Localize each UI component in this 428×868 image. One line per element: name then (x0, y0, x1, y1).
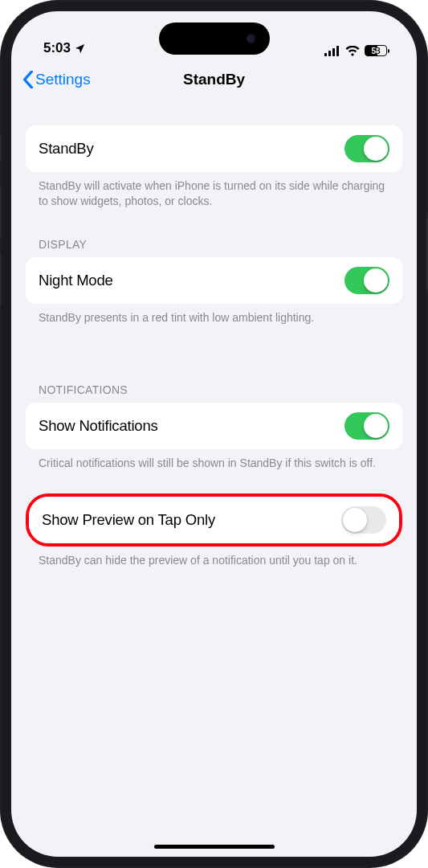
location-icon (74, 43, 86, 55)
nav-header: Settings StandBy (11, 59, 417, 100)
svg-rect-1 (328, 51, 331, 56)
back-label: Settings (35, 71, 91, 88)
page-title: StandBy (183, 71, 245, 88)
group-standby: StandBy StandBy will activate when iPhon… (26, 125, 402, 209)
chevron-left-icon (22, 71, 34, 88)
toggle-standby[interactable] (344, 135, 389, 162)
row-label: Show Notifications (39, 417, 158, 435)
wifi-icon (345, 46, 360, 56)
volume-up-button[interactable] (0, 186, 2, 238)
row-show-notifications[interactable]: Show Notifications (26, 403, 402, 449)
group-footer: StandBy presents in a red tint with low … (26, 304, 402, 326)
toggle-night-mode[interactable] (344, 267, 389, 294)
dynamic-island (159, 23, 270, 55)
status-time: 5:03 (43, 40, 71, 56)
volume-down-button[interactable] (0, 254, 2, 305)
group-preview-tap: Show Preview on Tap Only StandBy can hid… (26, 493, 402, 568)
highlight-ring: Show Preview on Tap Only (26, 493, 402, 547)
row-label: Night Mode (39, 272, 113, 289)
group-header: NOTIFICATIONS (26, 383, 402, 403)
row-label: Show Preview on Tap Only (42, 511, 215, 529)
back-button[interactable]: Settings (19, 68, 94, 92)
group-footer: StandBy will activate when iPhone is tur… (26, 172, 402, 209)
svg-rect-3 (336, 46, 339, 56)
battery-indicator: 58 (365, 45, 389, 56)
row-standby[interactable]: StandBy (26, 125, 402, 172)
group-footer: StandBy can hide the preview of a notifi… (26, 547, 402, 568)
row-night-mode[interactable]: Night Mode (26, 257, 402, 304)
cellular-icon (324, 46, 340, 56)
group-display: DISPLAY Night Mode StandBy presents in a… (26, 238, 402, 326)
row-label: StandBy (39, 140, 94, 158)
group-notifications: NOTIFICATIONS Show Notifications Critica… (26, 383, 402, 471)
toggle-show-notifications[interactable] (344, 412, 389, 440)
group-header: DISPLAY (26, 238, 402, 257)
svg-rect-2 (332, 48, 335, 56)
group-footer: Critical notifications will still be sho… (26, 449, 402, 471)
svg-rect-0 (324, 53, 327, 56)
toggle-show-preview-tap[interactable] (341, 506, 386, 534)
silence-switch[interactable] (0, 135, 2, 161)
battery-percent-text: 58 (371, 47, 380, 55)
row-show-preview-tap[interactable]: Show Preview on Tap Only (29, 497, 399, 543)
home-indicator[interactable] (154, 845, 275, 849)
screen: 5:03 58 (11, 11, 417, 857)
phone-frame: 5:03 58 (0, 0, 428, 868)
